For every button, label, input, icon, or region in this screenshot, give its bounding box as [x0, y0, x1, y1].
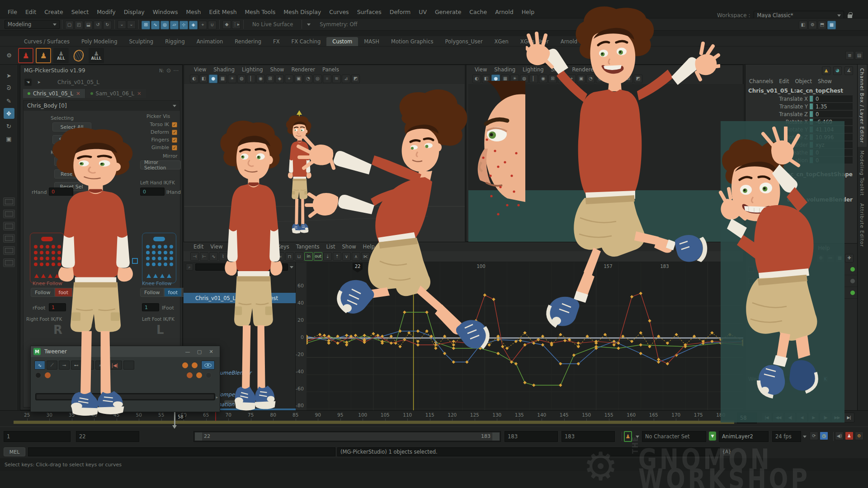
channel-value-field[interactable] — [814, 111, 853, 117]
tween-curve-mode-icon[interactable]: ∿ — [34, 361, 45, 370]
range-handle-start[interactable] — [195, 432, 202, 441]
visibility-button[interactable] — [201, 361, 215, 370]
vp-textured-icon[interactable]: ▦ — [218, 75, 227, 83]
shelf-menu-icon[interactable]: ≣ — [845, 51, 854, 60]
menu-item-cache[interactable]: Cache — [465, 8, 491, 16]
picker-tab-sam[interactable]: Sam_v01_06_L✕ — [86, 89, 146, 98]
channel-anim-icon[interactable]: ◕ — [833, 66, 842, 75]
key-color-rust2-icon[interactable] — [187, 372, 193, 378]
picker-dot[interactable] — [170, 263, 173, 266]
workspace-lock-icon[interactable] — [848, 14, 852, 18]
ge-move-key-icon[interactable]: ⊣ — [190, 252, 199, 261]
sidebar-tab-channel-box-layer-editor[interactable]: Channel Box / Layer Editor — [858, 65, 867, 147]
playback-end-field[interactable] — [505, 431, 558, 442]
knee-follow-left-button[interactable]: Followfoot▸ — [140, 288, 189, 297]
picker-dot[interactable] — [152, 245, 156, 249]
snap-curve-icon[interactable]: ∿ — [151, 21, 160, 29]
layout-two-pane-side-button[interactable] — [3, 222, 15, 230]
channel-row[interactable]: Translate Y — [745, 103, 857, 110]
picker-triangle[interactable] — [34, 274, 39, 278]
anim-layer-toggle-icon[interactable]: ▼ — [709, 432, 716, 441]
vp-cam-icon[interactable]: ◉ — [256, 75, 265, 83]
range-handle-end[interactable] — [492, 432, 500, 441]
close-icon[interactable]: ✕ — [76, 90, 80, 97]
menu-item-mesh[interactable]: Mesh — [182, 8, 205, 16]
mirror-selection-button[interactable]: Mirror Selection — [140, 160, 181, 169]
shelf-item-chris-picker[interactable]: ♟ — [18, 48, 33, 63]
picker-triangle[interactable] — [41, 274, 46, 278]
sound-mute-icon[interactable]: ◀) — [835, 432, 844, 440]
picker-settings-icon[interactable]: ⊙ — [166, 67, 171, 74]
menu-set-dropdown[interactable]: Modeling — [5, 20, 60, 29]
key-color-orange-icon[interactable] — [182, 362, 188, 368]
pane-layout-icon[interactable]: ⬒ — [818, 21, 826, 29]
vp-field-chart-icon[interactable]: ▣ — [294, 75, 303, 83]
picker-dot[interactable] — [40, 245, 43, 249]
menu-item-surfaces[interactable]: Surfaces — [353, 8, 386, 16]
picker-dot[interactable] — [152, 263, 156, 266]
lasso-tool-icon[interactable]: ᘒ — [4, 83, 14, 94]
animation-preferences-icon[interactable]: ⚙ — [855, 432, 863, 440]
shelf-tab-sculpting[interactable]: Sculpting — [123, 37, 159, 46]
left-fingers-picker-grid[interactable] — [142, 233, 176, 283]
highlight-selection-icon[interactable]: ⋮▸ — [232, 20, 241, 29]
picker-namespace-toggle[interactable]: N: — [159, 68, 164, 73]
fps-dropdown[interactable]: 24 fps — [772, 431, 801, 442]
picker-dot[interactable] — [164, 257, 167, 260]
vp-smooth-shade-icon[interactable]: ● — [209, 75, 217, 83]
animation-end-field[interactable] — [561, 431, 615, 442]
checkbox-checked-icon[interactable]: ✓ — [172, 145, 177, 150]
picker-pick-tool-icon[interactable]: ☚ — [24, 79, 32, 86]
shelf-item-select-alll[interactable]: ♟ALLL — [89, 48, 104, 63]
new-scene-icon[interactable]: ▢ — [65, 21, 74, 29]
picker-arrow-tool-icon[interactable]: ➤ — [35, 79, 42, 86]
make-live-icon[interactable]: ◈ — [189, 21, 198, 29]
shelf-editor-icon[interactable]: ▤ — [855, 51, 863, 60]
picker-triangle[interactable] — [153, 274, 158, 278]
layer-add-icon[interactable]: ✚ — [845, 254, 854, 263]
menu-item-deform[interactable]: Deform — [386, 8, 415, 16]
menu-item-mesh-tools[interactable]: Mesh Tools — [241, 8, 280, 16]
filter-icon[interactable]: ⌕ — [186, 263, 193, 271]
viewport-menu-shading[interactable]: Shading — [213, 66, 235, 73]
layout-two-pane-stacked-button[interactable] — [3, 234, 15, 243]
shelf-tab-fx-caching[interactable]: FX Caching — [286, 37, 327, 46]
key-color-dark2-icon[interactable] — [206, 372, 212, 378]
viewport-menu-show[interactable]: Show — [270, 66, 284, 73]
script-editor-icon[interactable]: {A} — [722, 448, 731, 456]
lock-selection-icon[interactable]: ◆ — [222, 20, 231, 29]
layout-outliner-persp-button[interactable] — [3, 258, 15, 267]
picker-body-header[interactable]: Chris_Body [0] — [24, 101, 180, 111]
hierarchy-mode-icon[interactable]: ⌄ — [127, 20, 136, 29]
menu-item-create[interactable]: Create — [40, 8, 67, 16]
shelf-tab-fx[interactable]: FX — [267, 37, 286, 46]
character-set-icon[interactable]: ♟ — [624, 431, 632, 442]
vp-isolate-icon[interactable]: ◩ — [351, 75, 360, 83]
picker-dot[interactable] — [170, 251, 173, 254]
picker-triangle[interactable] — [167, 274, 171, 278]
vp-lighting-icon[interactable]: ◐ — [190, 75, 198, 83]
menu-item-edit[interactable]: Edit — [21, 8, 40, 16]
checkbox-checked-icon[interactable]: ✓ — [172, 122, 177, 127]
sidebar-tab-modeling-toolkit[interactable]: Modeling Toolkit — [858, 147, 867, 200]
sidebar-tab-attribute-editor[interactable]: Attribute Editor — [858, 200, 867, 251]
picker-dot[interactable] — [158, 263, 161, 266]
channel-node-name[interactable]: Chris_v01_05_L:ac_cn_topChest — [745, 86, 857, 95]
lfoot-field[interactable]: 1 — [142, 303, 159, 311]
channel-box-menu-show[interactable]: Show — [818, 78, 832, 84]
key-color-orange2-icon[interactable] — [192, 362, 198, 368]
picker-more-icon[interactable]: ⋯ — [173, 67, 179, 74]
menu-item-arnold[interactable]: Arnold — [491, 8, 517, 16]
menu-item-uv[interactable]: UV — [415, 8, 431, 16]
undo-icon[interactable]: ↺ — [94, 21, 102, 29]
menu-item-edit-mesh[interactable]: Edit Mesh — [205, 8, 241, 16]
channel-value-field[interactable] — [814, 95, 853, 102]
snap-center-icon[interactable]: ⌖ — [198, 21, 207, 29]
graph-menu-edit[interactable]: Edit — [193, 244, 203, 250]
vp-res-gate-icon[interactable]: ⊞ — [266, 75, 274, 83]
channel-box-menu-edit[interactable]: Edit — [779, 78, 789, 84]
maximize-button[interactable]: ▢ — [193, 347, 205, 356]
shelf-tab-xgen[interactable]: XGen — [489, 37, 514, 46]
vp-shade-icon[interactable]: ◧ — [199, 75, 208, 83]
picker-dot[interactable] — [34, 245, 38, 249]
